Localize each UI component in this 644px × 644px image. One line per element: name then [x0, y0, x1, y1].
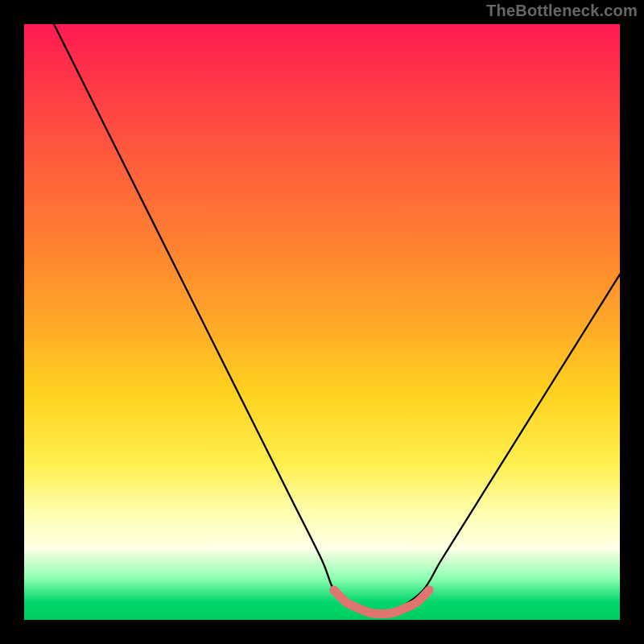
chart-frame: TheBottleneck.com	[0, 0, 644, 644]
curve-svg	[24, 24, 620, 620]
optimal-zone-curve	[334, 590, 429, 614]
plot-area	[24, 24, 620, 620]
watermark-text: TheBottleneck.com	[486, 2, 638, 20]
bottleneck-curve	[54, 24, 620, 615]
